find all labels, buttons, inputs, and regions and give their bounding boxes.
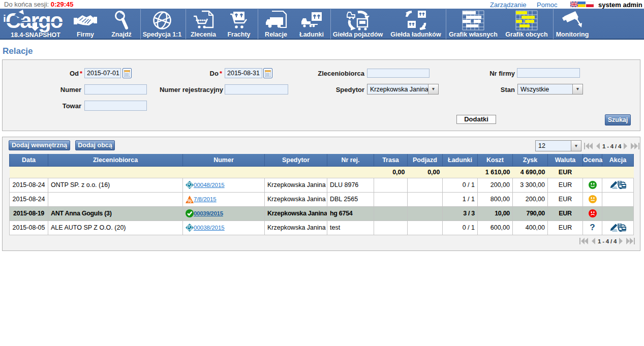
svg-text:%: % xyxy=(187,197,192,203)
